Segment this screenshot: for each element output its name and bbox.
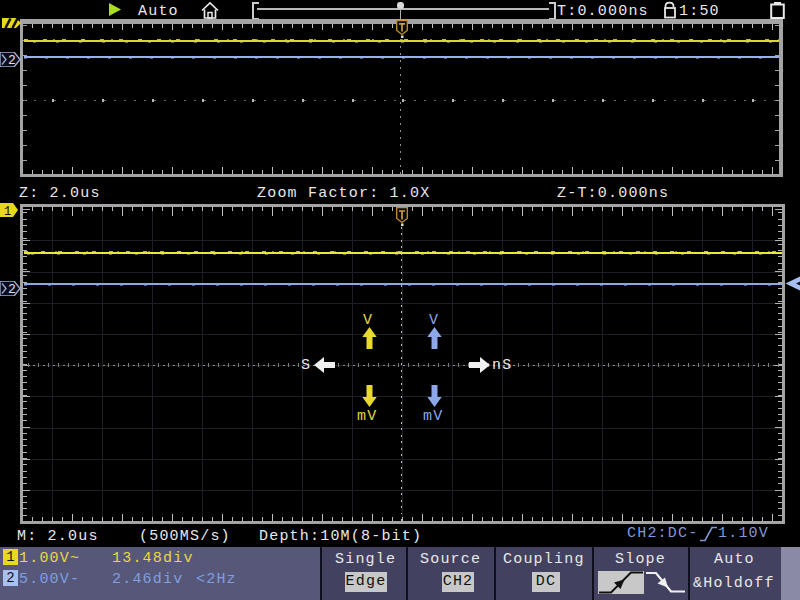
svg-text:2: 2 xyxy=(8,53,16,67)
svg-text:1: 1 xyxy=(4,205,11,218)
svg-text:2: 2 xyxy=(8,282,16,296)
